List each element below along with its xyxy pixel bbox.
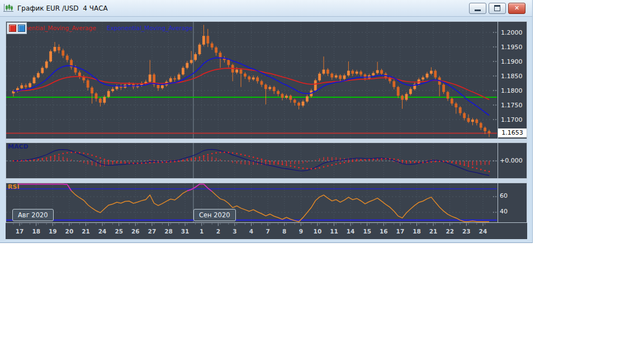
desktop: { "window": { "title": "График EUR /USD … [0, 0, 644, 362]
window-controls: ✕ [469, 3, 529, 14]
month-badge-aug: Авг 2020 [12, 209, 54, 221]
minimize-button[interactable] [469, 3, 486, 14]
window-title: График EUR /USD 4 ЧАСА [17, 4, 108, 12]
indicator-buttons [7, 22, 27, 34]
ema-blue-swatch-button[interactable] [18, 25, 25, 32]
restore-button[interactable] [489, 3, 506, 14]
restore-icon [494, 5, 500, 11]
ema-blue-label: Exponential_Moving_Average [107, 25, 193, 31]
month-badge-sep: Сен 2020 [193, 209, 236, 221]
price-scale[interactable] [498, 21, 527, 223]
chart-area[interactable]: 1.20001.19501.19001.18501.18001.17501.17… [6, 21, 527, 239]
rsi-label: RSI [8, 183, 20, 190]
ema-red-swatch-button[interactable] [9, 25, 16, 32]
macd-label: MACD [8, 143, 29, 150]
chart-window: График EUR /USD 4 ЧАСА ✕ 1.20001.19501.1… [0, 0, 533, 243]
minimize-icon [475, 9, 481, 11]
close-button[interactable]: ✕ [508, 3, 525, 14]
candlestick-chart-icon [3, 4, 13, 12]
time-scale[interactable] [6, 223, 498, 239]
titlebar[interactable]: График EUR /USD 4 ЧАСА ✕ [0, 0, 532, 17]
chart-canvas[interactable]: 1.20001.19501.19001.18501.18001.17501.17… [6, 21, 527, 239]
